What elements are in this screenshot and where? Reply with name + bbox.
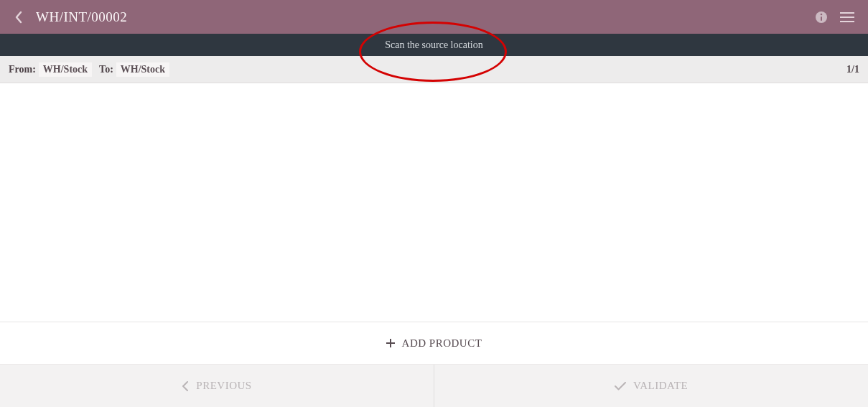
menu-icon	[840, 12, 854, 22]
svg-point-2	[821, 13, 823, 15]
pager: 1/1	[846, 64, 859, 75]
add-product-button[interactable]: ADD PRODUCT	[0, 322, 868, 365]
app-header: WH/INT/00002	[0, 0, 868, 34]
from-value[interactable]: WH/Stock	[39, 62, 92, 77]
check-icon	[615, 382, 626, 390]
info-icon	[815, 11, 828, 24]
scan-instruction-text: Scan the source location	[385, 39, 482, 51]
chevron-left-icon	[14, 11, 24, 24]
footer-actions: PREVIOUS VALIDATE	[0, 365, 868, 407]
svg-rect-1	[821, 17, 822, 21]
to-label: To:	[99, 64, 113, 75]
info-button[interactable]	[811, 6, 832, 28]
menu-button[interactable]	[836, 6, 858, 28]
from-label: From:	[9, 64, 36, 75]
add-product-label: ADD PRODUCT	[402, 337, 482, 350]
validate-button[interactable]: VALIDATE	[434, 365, 868, 407]
previous-label: PREVIOUS	[196, 380, 251, 392]
svg-rect-5	[840, 21, 854, 22]
location-strip: From: WH/Stock To: WH/Stock 1/1	[0, 56, 868, 83]
scan-instruction-bar: Scan the source location	[0, 34, 868, 56]
svg-rect-7	[386, 342, 395, 344]
plus-icon	[386, 339, 395, 347]
previous-button[interactable]: PREVIOUS	[0, 365, 434, 407]
page-title: WH/INT/00002	[36, 9, 127, 25]
content-area	[0, 83, 868, 322]
to-value[interactable]: WH/Stock	[116, 62, 169, 77]
svg-rect-4	[840, 17, 854, 18]
svg-rect-3	[840, 12, 854, 14]
chevron-left-icon	[182, 381, 189, 391]
back-button[interactable]	[10, 9, 27, 26]
validate-label: VALIDATE	[633, 380, 688, 392]
